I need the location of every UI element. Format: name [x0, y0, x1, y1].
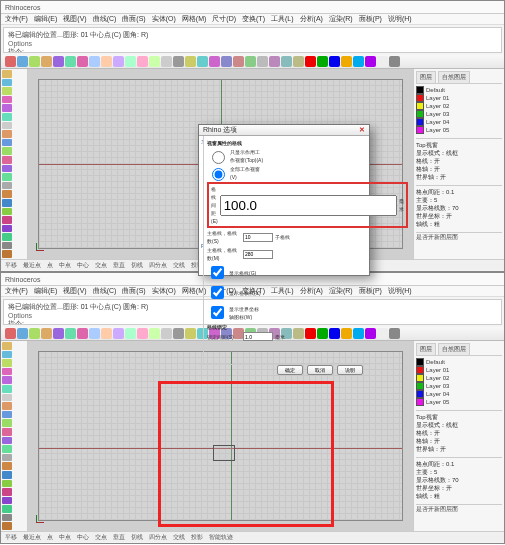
toolbar-icon[interactable] — [5, 328, 16, 339]
toolbox-icon[interactable] — [2, 488, 12, 496]
toolbox-icon[interactable] — [2, 130, 12, 138]
toolbox-icon[interactable] — [2, 70, 12, 78]
toolbar-icon[interactable] — [17, 328, 28, 339]
toolbar-icon[interactable] — [65, 328, 76, 339]
toolbar-icon[interactable] — [317, 56, 328, 67]
toolbar-icon[interactable] — [173, 328, 184, 339]
grid-spacing-input[interactable] — [220, 195, 397, 216]
tab-layers[interactable]: 图层 — [416, 343, 436, 355]
osnap-toggle[interactable]: 垂直 — [113, 261, 125, 270]
layer-row[interactable]: Layer 02 — [416, 102, 502, 110]
osnap-toggle[interactable]: 最近点 — [23, 261, 41, 270]
menu-item[interactable]: 实体(O) — [152, 286, 176, 296]
toolbox-icon[interactable] — [2, 351, 12, 359]
toolbar-icon[interactable] — [269, 56, 280, 67]
toolbox-icon[interactable] — [2, 522, 12, 530]
toolbar-icon[interactable] — [89, 56, 100, 67]
osnap-toggle[interactable]: 四分点 — [149, 261, 167, 270]
toolbar-icon[interactable] — [101, 56, 112, 67]
layers-list[interactable]: DefaultLayer 01Layer 02Layer 03Layer 04L… — [416, 86, 502, 134]
layer-color-swatch[interactable] — [416, 126, 424, 134]
toolbar-icon[interactable] — [137, 328, 148, 339]
snap-spacing-input[interactable] — [243, 332, 273, 341]
menu-item[interactable]: 渲染(R) — [329, 14, 353, 24]
toolbox-icon[interactable] — [2, 199, 12, 207]
main-toolbar[interactable] — [1, 55, 504, 69]
menu-item[interactable]: 编辑(E) — [34, 14, 57, 24]
menu-item[interactable]: 面板(P) — [359, 14, 382, 24]
toolbar-icon[interactable] — [41, 328, 52, 339]
layer-row[interactable]: Layer 01 — [416, 94, 502, 102]
layer-row[interactable]: Default — [416, 86, 502, 94]
menu-item[interactable]: 视图(V) — [63, 286, 86, 296]
toolbox-icon[interactable] — [2, 437, 12, 445]
left-toolbox[interactable] — [1, 341, 28, 531]
left-toolbox[interactable] — [1, 69, 28, 259]
layer-row[interactable]: Layer 03 — [416, 382, 502, 390]
toolbar-icon[interactable] — [161, 56, 172, 67]
dialog-titlebar[interactable]: Rhino 选项 ✕ — [199, 125, 369, 136]
menu-item[interactable]: 分析(A) — [300, 14, 323, 24]
toolbar-icon[interactable] — [197, 56, 208, 67]
menu-item[interactable]: 实体(O) — [152, 14, 176, 24]
toolbox-icon[interactable] — [2, 156, 12, 164]
layer-color-swatch[interactable] — [416, 94, 424, 102]
toolbar-icon[interactable] — [161, 328, 172, 339]
layer-row[interactable]: Layer 01 — [416, 366, 502, 374]
toolbox-icon[interactable] — [2, 359, 12, 367]
osnap-toggle[interactable]: 垂直 — [113, 533, 125, 542]
toolbox-icon[interactable] — [2, 462, 12, 470]
menu-item[interactable]: 文件(F) — [5, 286, 28, 296]
toolbar-icon[interactable] — [257, 56, 268, 67]
toolbox-icon[interactable] — [2, 497, 12, 505]
major-lines-input[interactable] — [243, 250, 273, 259]
radio-active-viewport[interactable] — [212, 151, 225, 164]
layer-row[interactable]: Layer 02 — [416, 374, 502, 382]
toolbar-icon[interactable] — [245, 56, 256, 67]
osnap-toggle[interactable]: 中点 — [59, 533, 71, 542]
toolbar-icon[interactable] — [53, 56, 64, 67]
menu-item[interactable]: 曲面(S) — [122, 14, 145, 24]
viewport-top[interactable]: Rhino 选项 ✕ 文件属性Rhino 选项外观建模视图文件常规渲染网格注解单… — [28, 69, 413, 259]
toolbox-icon[interactable] — [2, 225, 12, 233]
toolbar-icon[interactable] — [185, 56, 196, 67]
layer-row[interactable]: Default — [416, 358, 502, 366]
toolbox-icon[interactable] — [2, 104, 12, 112]
osnap-toggle[interactable]: 切线 — [131, 533, 143, 542]
menu-item[interactable]: 工具(L) — [271, 14, 294, 24]
panel-tabs[interactable]: 图层 自然图层 — [416, 343, 502, 356]
command-area[interactable]: 将已编辑的位置...图形: 01 中心点(C) 圆角: R) Options 指… — [3, 27, 502, 53]
toolbar-icon[interactable] — [65, 56, 76, 67]
layer-color-swatch[interactable] — [416, 118, 424, 126]
toolbox-icon[interactable] — [2, 385, 12, 393]
osnap-toggle[interactable]: 点 — [47, 261, 53, 270]
menu-item[interactable]: 文件(F) — [5, 14, 28, 24]
toolbar-icon[interactable] — [113, 56, 124, 67]
menu-item[interactable]: 编辑(E) — [34, 286, 57, 296]
menu-item[interactable]: 曲线(C) — [93, 14, 117, 24]
toolbar-icon[interactable] — [29, 328, 40, 339]
osnap-toggle[interactable]: 交线 — [173, 261, 185, 270]
toolbar-icon[interactable] — [149, 56, 160, 67]
toolbar-icon[interactable] — [185, 328, 196, 339]
osnap-toggle[interactable]: 中心 — [77, 261, 89, 270]
toolbox-icon[interactable] — [2, 190, 12, 198]
toolbar-icon[interactable] — [221, 56, 232, 67]
toolbox-icon[interactable] — [2, 216, 12, 224]
layer-color-swatch[interactable] — [416, 382, 424, 390]
toolbox-icon[interactable] — [2, 87, 12, 95]
toolbox-icon[interactable] — [2, 342, 12, 350]
osnap-toggle[interactable]: 四分点 — [149, 533, 167, 542]
toolbar-icon[interactable] — [17, 56, 28, 67]
toolbar-icon[interactable] — [365, 56, 376, 67]
statusbar[interactable]: 平移最近点点中点中心交点垂直切线四分点交线投影智能轨迹 — [1, 531, 504, 542]
minor-lines-input[interactable] — [243, 233, 273, 242]
toolbox-icon[interactable] — [2, 233, 12, 241]
radio-all-viewports[interactable] — [212, 168, 225, 181]
menu-item[interactable]: 变换(T) — [242, 14, 265, 24]
toolbox-icon[interactable] — [2, 471, 12, 479]
toolbox-icon[interactable] — [2, 514, 12, 522]
layer-color-swatch[interactable] — [416, 366, 424, 374]
toolbar-icon[interactable] — [173, 56, 184, 67]
osnap-toggle[interactable]: 平移 — [5, 261, 17, 270]
